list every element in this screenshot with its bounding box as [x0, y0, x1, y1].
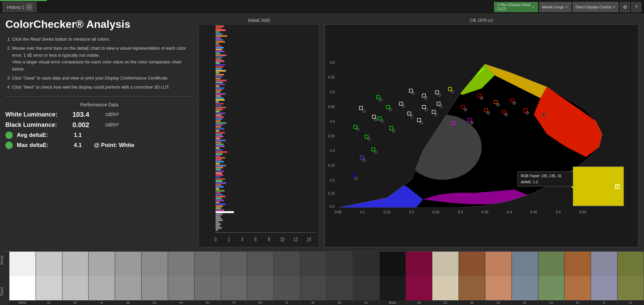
svg-text:0.45: 0.45 [530, 210, 537, 214]
svg-text:0.45: 0.45 [328, 105, 335, 109]
swatch-actual-6h [168, 252, 195, 276]
svg-rect-85 [216, 155, 221, 157]
svg-rect-51 [216, 89, 222, 91]
instruction-2: Mouse over the error bars on the deltaE … [12, 45, 193, 73]
help-button[interactable]: ? [631, 2, 641, 12]
deltae-chart: 0 2 4 6 8 10 12 14 [199, 24, 319, 247]
svg-rect-21 [216, 31, 220, 33]
black-luminance-unit: cd/m² [105, 122, 119, 128]
target-label: Target [0, 287, 9, 296]
actual-label: Actual [0, 256, 9, 265]
name-row: White6J5F6I6K5G6H5H7K6G5I6F8K5JBlack2B2C… [9, 300, 644, 305]
svg-text:RGB Triplet: 235, 235, 16: RGB Triplet: 235, 235, 16 [521, 174, 561, 178]
swatch-name-6g: 6G [247, 300, 274, 305]
max-delta-row: Max deltaE: 4.1 @ Point: White [5, 142, 193, 149]
svg-rect-87 [216, 159, 222, 161]
svg-text:0.25: 0.25 [328, 163, 335, 167]
svg-rect-81 [216, 147, 220, 149]
svg-rect-49 [216, 86, 220, 87]
svg-text:2: 2 [228, 237, 230, 242]
swatch-name-2f: 2F [512, 300, 538, 305]
swatches-section: Actual Target White6J5F6I6K5G6H5H7K6G5I6… [0, 251, 644, 305]
top-bar: History 1 + X-Rite i1Display Retail OLED… [0, 0, 644, 14]
svg-rect-80 [216, 145, 225, 147]
svg-rect-107 [216, 198, 222, 199]
swatch-target-6g [247, 276, 274, 301]
swatch-target-2g [538, 276, 565, 301]
svg-rect-84 [216, 153, 223, 155]
device3-dropdown[interactable]: Direct Display Control ▼ [573, 2, 619, 12]
svg-rect-114 [216, 211, 234, 213]
swatch-actual-7k [221, 252, 248, 276]
svg-text:0.4: 0.4 [330, 119, 335, 123]
svg-rect-23 [216, 35, 227, 37]
svg-rect-88 [216, 161, 224, 162]
swatch-target-2j [618, 276, 644, 301]
svg-rect-92 [216, 169, 221, 170]
svg-rect-123 [216, 229, 218, 231]
swatch-name-2h: 2H [565, 300, 591, 305]
swatch-target-2i [591, 276, 618, 301]
svg-rect-47 [216, 82, 223, 83]
white-luminance-label: White Luminance: [5, 111, 72, 118]
help-icon: ? [635, 4, 638, 10]
svg-text:0.1: 0.1 [330, 204, 335, 208]
svg-text:0.35: 0.35 [481, 210, 488, 214]
white-luminance-unit: cd/m² [105, 111, 119, 117]
swatch-name-2d: 2D [459, 300, 485, 305]
swatch-actual-2j [618, 252, 644, 276]
svg-rect-29 [216, 47, 224, 48]
svg-rect-60 [216, 107, 226, 108]
svg-text:0.1: 0.1 [360, 210, 365, 214]
svg-rect-54 [216, 95, 221, 97]
tab-label: History 1 [7, 5, 24, 10]
swatch-actual-5g [142, 252, 168, 276]
svg-text:0: 0 [215, 237, 217, 242]
divider [5, 96, 193, 97]
device1-dropdown[interactable]: X-Rite i1Display Retail OLED ▼ [494, 2, 538, 12]
svg-rect-53 [216, 93, 226, 95]
svg-rect-22 [216, 33, 222, 35]
svg-rect-45 [216, 78, 221, 80]
svg-rect-25 [216, 39, 223, 41]
svg-rect-116 [216, 215, 220, 217]
svg-rect-78 [216, 142, 221, 143]
svg-text:14: 14 [307, 237, 311, 242]
svg-rect-59 [216, 105, 221, 106]
svg-text:0.2: 0.2 [409, 210, 414, 214]
swatch-name-5j: 5J [353, 300, 380, 305]
swatch-name-6j: 6J [36, 300, 62, 305]
target-row [9, 276, 644, 301]
svg-rect-55 [216, 97, 223, 99]
svg-rect-38 [216, 64, 225, 66]
swatch-target-5j [353, 276, 380, 301]
swatches-labels: Actual Target White6J5F6I6K5G6H5H7K6G5I6… [0, 252, 644, 305]
svg-rect-95 [216, 174, 223, 176]
settings-button[interactable]: ⚙ [620, 2, 630, 12]
swatch-name-5g: 5G [142, 300, 168, 305]
swatch-actual-5f [62, 252, 89, 276]
history-tab[interactable]: History 1 + [3, 2, 37, 12]
swatch-actual-black [380, 252, 406, 276]
svg-point-162 [356, 128, 359, 131]
swatch-target-2b [406, 276, 432, 301]
svg-rect-19 [216, 28, 222, 29]
left-panel: ColorChecker® Analysis Click the Read Se… [5, 18, 193, 247]
svg-rect-35 [216, 58, 221, 60]
svg-rect-36 [216, 60, 224, 62]
swatch-actual-2g [538, 252, 565, 276]
avg-delta-label: Avg deltaE: [17, 132, 74, 139]
svg-text:6: 6 [255, 237, 257, 242]
svg-text:0.5: 0.5 [556, 210, 561, 214]
svg-rect-39 [216, 66, 223, 68]
swatch-side-labels: Actual Target [0, 252, 9, 305]
tab-plus-button[interactable]: + [26, 4, 32, 10]
svg-rect-52 [216, 91, 220, 93]
svg-rect-28 [216, 45, 221, 47]
svg-rect-122 [216, 227, 222, 229]
device2-dropdown[interactable]: Mobile Forge ▼ [539, 2, 571, 12]
swatch-target-6h [168, 276, 195, 301]
svg-rect-100 [216, 184, 221, 186]
swatch-target-black [380, 276, 406, 301]
svg-rect-33 [216, 54, 226, 56]
